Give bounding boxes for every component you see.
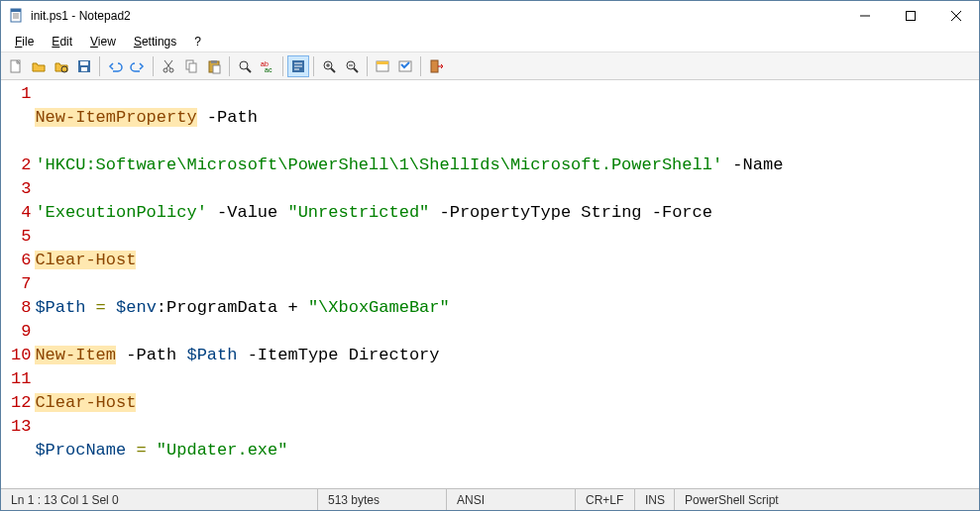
- svg-point-16: [169, 68, 173, 72]
- toolbar: abac: [1, 52, 979, 80]
- status-eol[interactable]: CR+LF: [576, 489, 635, 510]
- statusbar: Ln 1 : 13 Col 1 Sel 0 513 bytes ANSI CR+…: [1, 488, 979, 510]
- menu-settings[interactable]: Settings: [126, 33, 184, 51]
- menu-help[interactable]: ?: [186, 33, 209, 51]
- close-button[interactable]: [933, 1, 979, 31]
- code-line: 'HKCU:Software\Microsoft\PowerShell\1\Sh…: [35, 153, 783, 177]
- menubar: File Edit View Settings ?: [1, 31, 979, 52]
- menu-edit[interactable]: Edit: [44, 33, 80, 51]
- status-size: 513 bytes: [318, 489, 447, 510]
- code-line: Clear-Host: [35, 249, 783, 272]
- svg-rect-35: [377, 61, 388, 64]
- titlebar: init.ps1 - Notepad2: [1, 1, 979, 31]
- status-position: Ln 1 : 13 Col 1 Sel 0: [1, 489, 318, 510]
- toolbar-separator: [313, 56, 314, 76]
- cut-button[interactable]: [158, 55, 179, 77]
- paste-button[interactable]: [203, 55, 225, 77]
- window-title: init.ps1 - Notepad2: [31, 9, 842, 23]
- code-line: New-Item -Path $Path -ItemType Directory: [35, 344, 783, 367]
- zoom-in-button[interactable]: [318, 55, 340, 77]
- copy-button[interactable]: [180, 55, 202, 77]
- find-button[interactable]: [234, 55, 256, 77]
- code-line: $ProcName = "Updater.exe": [35, 439, 783, 462]
- status-encoding[interactable]: ANSI: [447, 489, 576, 510]
- svg-line-28: [331, 68, 335, 72]
- svg-point-22: [240, 61, 248, 69]
- svg-rect-20: [211, 60, 217, 63]
- toolbar-separator: [367, 56, 368, 76]
- app-icon: [9, 8, 25, 24]
- menu-file[interactable]: File: [7, 33, 42, 51]
- toolbar-separator: [99, 56, 100, 76]
- window-buttons: [842, 1, 979, 31]
- svg-rect-37: [431, 60, 438, 72]
- toolbar-separator: [153, 56, 154, 76]
- scheme-button[interactable]: [372, 55, 393, 77]
- browse-button[interactable]: [51, 55, 72, 77]
- svg-line-32: [354, 68, 358, 72]
- status-language[interactable]: PowerShell Script: [675, 489, 979, 510]
- svg-rect-1: [11, 9, 21, 12]
- save-button[interactable]: [73, 55, 95, 77]
- minimize-button[interactable]: [842, 1, 888, 31]
- svg-rect-6: [907, 12, 916, 21]
- svg-text:ac: ac: [265, 66, 272, 73]
- exit-button[interactable]: [425, 55, 447, 77]
- toolbar-separator: [282, 56, 283, 76]
- code-content[interactable]: New-ItemProperty -Path 'HKCU:Software\Mi…: [35, 80, 783, 488]
- editor-area[interactable]: 1 2 3 4 5 6 7 8 9 10 11 12 13 New-ItemPr…: [1, 80, 979, 488]
- open-file-button[interactable]: [28, 55, 50, 77]
- wordwrap-button[interactable]: [287, 55, 309, 77]
- svg-rect-18: [189, 63, 196, 72]
- svg-rect-14: [81, 67, 87, 71]
- customize-button[interactable]: [394, 55, 416, 77]
- maximize-button[interactable]: [888, 1, 933, 31]
- code-line: Clear-Host: [35, 391, 783, 415]
- svg-point-15: [163, 68, 167, 72]
- replace-button[interactable]: abac: [257, 55, 278, 77]
- new-file-button[interactable]: [5, 55, 27, 77]
- svg-rect-21: [213, 65, 220, 73]
- code-line: New-ItemProperty -Path: [35, 106, 783, 130]
- redo-button[interactable]: [127, 55, 149, 77]
- svg-line-23: [247, 68, 251, 72]
- code-line: 'ExecutionPolicy' -Value "Unrestricted" …: [35, 201, 783, 225]
- status-ovr[interactable]: INS: [635, 489, 675, 510]
- zoom-out-button[interactable]: [341, 55, 363, 77]
- toolbar-separator: [420, 56, 421, 76]
- toolbar-separator: [229, 56, 230, 76]
- undo-button[interactable]: [104, 55, 126, 77]
- svg-rect-13: [80, 61, 88, 65]
- line-gutter: 1 2 3 4 5 6 7 8 9 10 11 12 13: [1, 80, 35, 488]
- menu-view[interactable]: View: [82, 33, 124, 51]
- code-line: $Path = $env:ProgramData + "\XboxGameBar…: [35, 296, 783, 320]
